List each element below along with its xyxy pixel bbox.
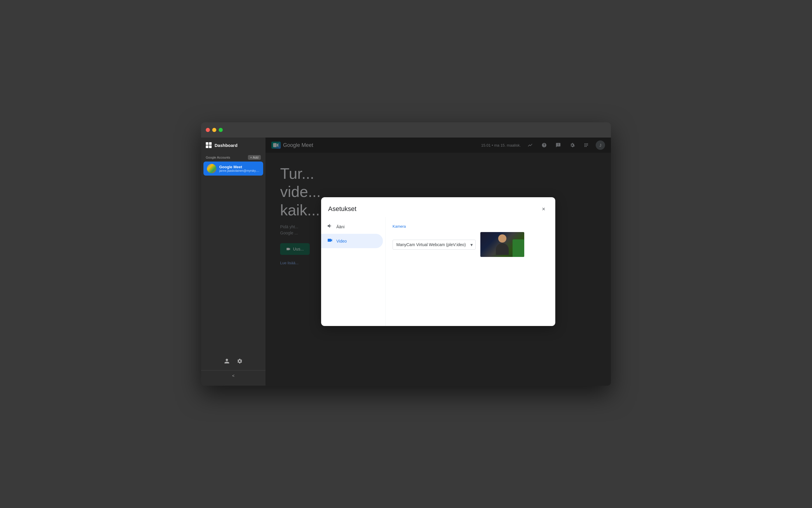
settings-nav: Ääni Video xyxy=(321,217,385,326)
camera-section-title: Kamera xyxy=(393,224,548,228)
video-nav-label: Video xyxy=(336,239,347,244)
speaker-icon xyxy=(327,223,333,230)
settings-dialog: Asetukset × Ääni xyxy=(321,197,555,326)
account-item-google-meet[interactable]: Google Meet janne.jaaskolainen@myrsky.ne… xyxy=(203,162,263,176)
camera-select-wrapper: ManyCam Virtual Webcam (pleV:ideo) xyxy=(393,240,476,250)
accounts-label: Google Accounts xyxy=(206,156,230,159)
avatar xyxy=(207,164,216,173)
dashboard-icon xyxy=(206,142,212,148)
sidebar-header: Dashboard xyxy=(201,142,266,153)
account-name: Google Meet xyxy=(219,165,260,169)
collapse-icon: < xyxy=(232,373,235,378)
sidebar-footer xyxy=(201,353,266,370)
camera-preview xyxy=(480,232,524,257)
camera-preview-image xyxy=(480,232,524,257)
settings-icon[interactable] xyxy=(237,358,243,366)
account-email: janne.jaaskolainen@myrsky.net xyxy=(219,169,260,172)
minimize-button[interactable] xyxy=(212,128,216,132)
titlebar xyxy=(201,122,611,137)
content-area: Google Meet 15.01 • ma 15. maalisk. xyxy=(266,137,611,386)
settings-nav-video[interactable]: Video xyxy=(321,234,383,248)
audio-nav-label: Ääni xyxy=(336,224,344,229)
add-account-button[interactable]: + Add xyxy=(248,155,261,160)
sidebar: Dashboard Google Accounts + Add Google M… xyxy=(201,137,266,386)
settings-content: Kamera ManyCam Virtual Webcam (pleV:ideo… xyxy=(385,217,555,326)
settings-close-button[interactable]: × xyxy=(539,204,548,214)
sidebar-collapse-button[interactable]: < xyxy=(201,370,266,381)
camera-dropdown-row: ManyCam Virtual Webcam (pleV:ideo) xyxy=(393,232,548,257)
background-person xyxy=(513,239,524,257)
person-icon[interactable] xyxy=(224,358,230,366)
close-button[interactable] xyxy=(206,128,210,132)
settings-nav-audio[interactable]: Ääni xyxy=(321,219,383,234)
main-layout: Dashboard Google Accounts + Add Google M… xyxy=(201,137,611,386)
modal-overlay: Asetukset × Ääni xyxy=(266,137,611,386)
video-camera-icon xyxy=(327,237,333,245)
settings-title: Asetukset xyxy=(328,205,357,213)
camera-select[interactable]: ManyCam Virtual Webcam (pleV:ideo) xyxy=(393,240,476,250)
sidebar-title: Dashboard xyxy=(214,143,237,148)
maximize-button[interactable] xyxy=(219,128,223,132)
settings-header: Asetukset × xyxy=(321,197,555,217)
settings-body: Ääni Video Kamera xyxy=(321,217,555,326)
accounts-section: Google Accounts + Add xyxy=(201,153,266,162)
account-info: Google Meet janne.jaaskolainen@myrsky.ne… xyxy=(219,165,260,172)
traffic-lights xyxy=(206,128,223,132)
